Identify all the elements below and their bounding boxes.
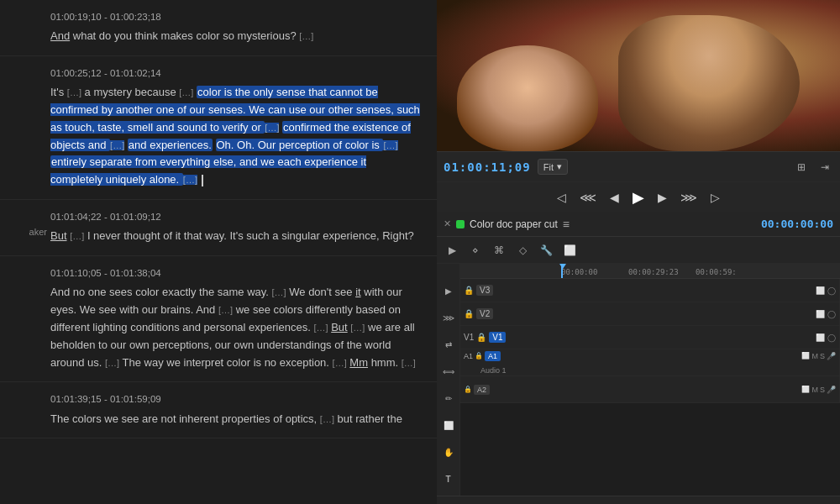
omission-marker: […] xyxy=(67,87,81,97)
timeline-body: ▶ ⋙ ⇄ ⟺ ✏ ⬜ ✋ T 00:00:00 00:00:29:23 00:… xyxy=(437,264,840,496)
dropdown-chevron-icon: ▾ xyxy=(557,161,562,172)
track-a1-lock-icon[interactable]: 🔒 xyxy=(475,352,483,360)
track-v1-toggle[interactable]: V1 xyxy=(464,333,474,342)
track-v2-lock-icon[interactable]: 🔒 xyxy=(464,309,474,318)
transcript-text-1: And what do you think makes color so mys… xyxy=(50,29,313,42)
wrench-icon[interactable]: 🔧 xyxy=(536,240,556,260)
transcript-block-5: 01:01:39;15 - 01:01:59;09 The colors we … xyxy=(0,382,437,438)
transcript-text-3: But […] I never thought of it that way. … xyxy=(50,229,414,242)
track-a2-lock-icon[interactable]: 🔒 xyxy=(464,386,472,393)
play-button[interactable]: ▶ xyxy=(633,188,644,207)
timeline-scrollbar[interactable] xyxy=(437,496,840,504)
omission-marker: […] xyxy=(105,358,119,368)
track-row-a1: A1 🔒 A1 ⬜ M S 🎤 Audio 1 xyxy=(460,349,840,376)
camera-tool-icon[interactable]: ▶ xyxy=(438,281,459,301)
track-a1-film-icon[interactable]: ⬜ xyxy=(801,352,810,360)
transcript-block-3: aker 01:01:04;22 - 01:01:09;12 But […] I… xyxy=(0,200,437,256)
omission-marker: […] xyxy=(402,358,416,368)
pen-tool-icon[interactable]: ✏ xyxy=(438,388,459,408)
omission-marker: […] xyxy=(299,31,313,41)
track-a1-label[interactable]: A1 xyxy=(485,351,501,361)
track-a2-s-button[interactable]: S xyxy=(820,386,825,394)
text-plain: hmm. xyxy=(371,356,402,369)
roll-tool-icon[interactable]: ⇄ xyxy=(438,334,459,354)
snap-icon[interactable]: ◇ xyxy=(512,240,533,260)
step-forward-button[interactable]: ⋙ xyxy=(680,191,697,204)
frame-back-button[interactable]: ◀ xyxy=(610,191,619,204)
timestamp-2: 01:00:25;12 - 01:01:02;14 xyxy=(50,66,420,81)
highlighted-text: Oh. Oh. Our perception of color is xyxy=(216,139,384,151)
track-a2-mic-icon[interactable]: 🎤 xyxy=(827,386,836,394)
ripple-tool-icon[interactable]: ⋙ xyxy=(438,307,459,328)
frame-forward-button[interactable]: ▶ xyxy=(658,191,667,204)
play-timeline-icon[interactable]: ▶ xyxy=(442,240,462,260)
track-v3-film-icon[interactable]: ⬜ xyxy=(816,286,825,295)
slip-tool-icon[interactable]: ⟺ xyxy=(438,361,459,381)
right-panel: 01:00:11;09 Fit ▾ ⊞ ⇥ ◁ ⋘ ◀ ▶ ▶ ⋙ ▷ ✕ Co… xyxy=(437,0,840,504)
transcript-text-2: It's […] a mystery because […] color is … xyxy=(50,86,420,186)
transcript-text-4: And no one sees color exactly the same w… xyxy=(50,286,416,368)
track-v2-eye-icon[interactable]: ◯ xyxy=(827,310,836,318)
track-v1-film-icon[interactable]: ⬜ xyxy=(816,333,825,342)
track-v1-eye-icon[interactable]: ◯ xyxy=(827,333,836,342)
omission-marker: […] xyxy=(320,414,334,424)
track-a2-label[interactable]: A2 xyxy=(474,385,490,395)
transcript-block-2: 01:00:25;12 - 01:01:02;14 It's […] a mys… xyxy=(0,56,437,200)
fit-dropdown[interactable]: Fit ▾ xyxy=(538,159,568,175)
sequence-menu-icon[interactable]: ≡ xyxy=(563,218,570,231)
settings-icon[interactable]: ⊞ xyxy=(793,159,810,176)
track-row-v3: 🔒 V3 ⬜ ◯ xyxy=(460,279,840,302)
track-a1-toggle[interactable]: A1 xyxy=(464,352,473,360)
mark-in-button[interactable]: ◁ xyxy=(557,191,566,204)
razor-tool-icon[interactable]: ⬜ xyxy=(438,415,459,435)
word-but2: But xyxy=(331,321,348,333)
track-v3-eye-icon[interactable]: ◯ xyxy=(827,286,836,295)
video-preview xyxy=(437,0,840,151)
track-v3-label[interactable]: V3 xyxy=(476,285,493,296)
track-row-v2: 🔒 V2 ⬜ ◯ xyxy=(460,302,840,326)
highlighted-text: entirely separate from everything else, … xyxy=(50,155,366,186)
mark-out-button[interactable]: ▷ xyxy=(711,191,720,204)
text-tool-icon[interactable]: T xyxy=(438,469,459,489)
track-v3-lock-icon[interactable]: 🔒 xyxy=(464,286,474,295)
track-a1-name-display: Audio 1 xyxy=(464,366,507,375)
track-v1-label[interactable]: V1 xyxy=(489,332,506,343)
track-a2-m-button[interactable]: M xyxy=(811,386,818,394)
text-plain: but rather the xyxy=(338,412,402,425)
track-v2-label[interactable]: V2 xyxy=(476,308,493,319)
word-but: But xyxy=(50,229,67,242)
timeline-close-button[interactable]: ✕ xyxy=(444,218,451,229)
track-a1-m-button[interactable]: M xyxy=(811,352,818,360)
track-a1-mic-icon[interactable]: 🎤 xyxy=(827,352,836,360)
captions-icon[interactable]: ⬜ xyxy=(559,240,580,260)
track-v1-controls: V1 🔒 V1 ⬜ ◯ xyxy=(464,326,836,349)
fit-label: Fit xyxy=(543,162,554,172)
timeline-ruler: 00:00:00 00:00:29:23 00:00:59: xyxy=(460,264,840,279)
track-v2-film-icon[interactable]: ⬜ xyxy=(816,310,825,318)
text-plain: I never thought of it that way. It's suc… xyxy=(87,229,414,242)
link-icon[interactable]: ⌘ xyxy=(489,240,509,260)
step-back-button[interactable]: ⋘ xyxy=(580,191,596,204)
track-a1-s-button[interactable]: S xyxy=(820,352,825,360)
word-and: And xyxy=(50,29,70,42)
add-marker-icon[interactable]: ⋄ xyxy=(465,240,486,260)
track-v3-controls: 🔒 V3 ⬜ ◯ xyxy=(464,279,836,302)
omission-marker: […] xyxy=(350,323,365,333)
playhead-line-ruler xyxy=(561,264,563,278)
track-a1-top: A1 🔒 A1 ⬜ M S 🎤 xyxy=(464,351,836,361)
sequence-indicator xyxy=(456,220,465,228)
track-a2-film-icon[interactable]: ⬜ xyxy=(801,386,810,393)
speaker-label: aker xyxy=(7,225,47,239)
track-a2-controls: 🔒 A2 ⬜ M S 🎤 xyxy=(464,376,836,402)
transcript-block-1: 01:00:19;10 - 01:00:23;18 And what do yo… xyxy=(0,0,437,56)
omission-marker: […] xyxy=(218,305,233,315)
hand-tool-icon[interactable]: ✋ xyxy=(438,442,459,462)
word-it: it xyxy=(355,286,361,298)
player-timecode: 01:00:11;09 xyxy=(444,160,531,174)
transcript-block-4: 01:01:10;05 - 01:01:38;04 And no one see… xyxy=(0,256,437,382)
export-icon[interactable]: ⇥ xyxy=(816,159,833,176)
omission-marker: […] xyxy=(272,287,286,297)
text-plain: The colors we see are not inherent prope… xyxy=(50,412,320,425)
timestamp-5: 01:01:39;15 - 01:01:59;09 xyxy=(50,392,420,407)
track-v1-lock-icon[interactable]: 🔒 xyxy=(476,333,486,342)
